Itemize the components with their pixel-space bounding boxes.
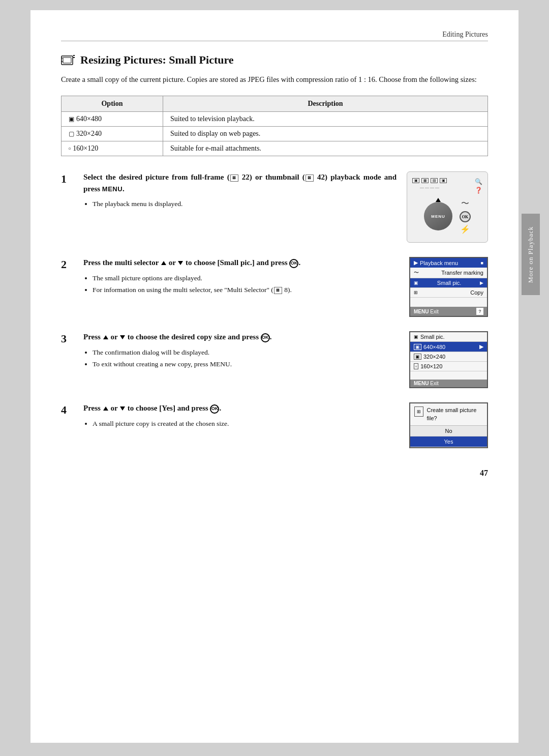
header-label: Editing Pictures <box>442 31 488 38</box>
size-320-label: 320×240 <box>423 354 445 360</box>
menu-screen-1-header: ▶ Playback menu ■ <box>410 258 487 268</box>
step-3-bullet-2: To exit without creating a new copy, pre… <box>93 359 399 370</box>
step-2-bullets: The small picture options are displayed.… <box>93 273 399 296</box>
confirm-yes-button[interactable]: Yes <box>410 437 487 447</box>
small-picture-icon <box>61 54 75 66</box>
confirm-no-button[interactable]: No <box>410 426 487 437</box>
step-4-bullets: A small picture copy is created at the c… <box>93 418 399 429</box>
step-2-text: Press the multi selector or to choose [S… <box>83 257 399 297</box>
tri-down-icon-2a <box>178 261 183 265</box>
step-3-title: Press or to choose the desired copy size… <box>83 331 399 343</box>
confirm-icon-box: ⊞ <box>414 406 423 417</box>
ref-icon-3: ⊠ <box>274 287 282 294</box>
copy-label: Copy <box>470 289 483 296</box>
sidebar-label: More on Playback <box>527 226 535 282</box>
ref-icon-2: ⊠ <box>306 175 314 182</box>
step-2-content: Press the multi selector or to choose [S… <box>83 257 488 317</box>
ok-button-camera: OK <box>460 211 471 222</box>
step-1-text: Select the desired picture from full-fra… <box>83 171 396 211</box>
table-desc-1: Suited to display on web pages. <box>163 127 488 141</box>
svg-rect-1 <box>63 57 71 63</box>
menu-screen-1: ▶ Playback menu ■ 〜 Transfer marking ▣ S… <box>409 257 488 317</box>
menu-screen-1-footer: MENU Exit ? <box>410 307 487 316</box>
transfer-icon: 〜 <box>414 269 419 276</box>
small-pic-exit-text: MENU Exit <box>414 381 439 386</box>
menu-text-1: MENU <box>102 185 123 193</box>
table-row: ▢320×240 Suited to display on web pages. <box>62 127 488 141</box>
col-description: Description <box>163 96 488 112</box>
table-desc-2: Suitable for e-mail attachments. <box>163 141 488 156</box>
step-1-bullet-1: The playback menu is displayed. <box>93 198 396 210</box>
small-pic-spacer <box>410 371 487 380</box>
menu-text-3: MENU <box>210 360 230 368</box>
section-title: Resizing Pictures: Small Picture <box>61 53 488 67</box>
step-4-text: Press or to choose [Yes] and press OK. A… <box>83 402 399 430</box>
step-1: 1 Select the desired picture from full-f… <box>61 171 488 243</box>
menu-screen-1-indicator: ■ <box>481 260 483 266</box>
step-3-text: Press or to choose the desired copy size… <box>83 331 399 371</box>
menu-button: MENU <box>424 202 452 230</box>
step-4-number: 4 <box>61 402 75 417</box>
table-desc-0: Suited to television playback. <box>163 112 488 127</box>
small-pic-item-160: ▫ 160×120 <box>410 362 487 371</box>
table-option-1: ▢320×240 <box>62 127 163 141</box>
step-3-bullet-1: The confirmation dialog will be displaye… <box>93 347 399 358</box>
step-2: 2 Press the multi selector or to choose … <box>61 257 488 317</box>
step-1-main: Select the desired picture from full-fra… <box>83 171 488 243</box>
confirm-top: ⊞ Create small picture file? <box>410 403 487 425</box>
section-title-text: Resizing Pictures: Small Picture <box>80 53 234 67</box>
menu-button-label: MENU <box>431 214 445 219</box>
size-icon-640: ▣ <box>414 344 421 350</box>
confirm-screen: ⊞ Create small picture file? No Yes <box>409 402 488 448</box>
step-3-number: 3 <box>61 331 75 345</box>
step-3-main: Press or to choose the desired copy size… <box>83 331 488 388</box>
step-3: 3 Press or to choose the desired copy si… <box>61 331 488 388</box>
step-2-bullet-1: The small picture options are displayed. <box>93 273 399 284</box>
arrow-up-icon <box>436 198 441 202</box>
item-arrow-1: ▶ <box>480 280 483 285</box>
size-640-label: 640×480 <box>423 344 445 350</box>
tri-up-icon-4 <box>103 406 108 411</box>
intro-paragraph: Create a small copy of the current pictu… <box>61 74 488 85</box>
confirm-pic-icon: ⊞ <box>417 409 421 414</box>
small-pic-footer: MENU Exit <box>410 380 487 387</box>
smallpic-label: Small pic. <box>437 280 462 286</box>
menu-item-transfer: 〜 Transfer marking <box>410 268 487 278</box>
step-4-title: Press or to choose [Yes] and press OK. <box>83 402 399 414</box>
step-1-number: 1 <box>61 171 75 186</box>
step-3-bullets: The confirmation dialog will be displaye… <box>93 347 399 370</box>
svg-rect-4 <box>73 55 75 56</box>
table-option-0: ▣640×480 <box>62 112 163 127</box>
tri-up-icon-2a <box>161 261 166 265</box>
transfer-label: Transfer marking <box>441 270 483 276</box>
camera-diagram-1: ▣ ▦ ▤ ▣ — — — — 🔍 ❓ <box>407 171 488 243</box>
page-header: Editing Pictures <box>61 31 488 41</box>
selected-arrow-1: ▶ <box>479 343 483 350</box>
table-row: ▫160×120 Suitable for e-mail attachments… <box>62 141 488 156</box>
ok-circle-2: OK <box>289 259 298 268</box>
lightning-icon: ⚡ <box>460 224 470 234</box>
step-2-title: Press the multi selector or to choose [S… <box>83 257 399 269</box>
menu-item-smallpic: ▣ Small pic. ▶ <box>410 278 487 288</box>
table-option-2: ▫160×120 <box>62 141 163 156</box>
step-4: 4 Press or to choose [Yes] and press OK.… <box>61 402 488 448</box>
size-160-label: 160×120 <box>420 363 442 369</box>
small-pic-title: ▣ Small pic. <box>410 332 487 342</box>
menu-spacer <box>410 298 487 307</box>
menu-exit-text: MENU Exit <box>414 309 439 314</box>
size-icon-320: ▣ <box>414 354 421 360</box>
tri-down-icon-3a <box>120 335 125 339</box>
sidebar-tab: More on Playback <box>522 214 540 295</box>
step-1-bullets: The playback menu is displayed. <box>93 198 396 210</box>
step-4-main: Press or to choose [Yes] and press OK. A… <box>83 402 488 448</box>
col-option: Option <box>62 96 163 112</box>
smallpic-icon-menu: ▣ <box>414 280 418 285</box>
small-pic-title-icon: ▣ <box>414 334 418 339</box>
table-row: ▣640×480 Suited to television playback. <box>62 112 488 127</box>
step-1-content: Select the desired picture from full-fra… <box>83 171 488 243</box>
step-4-content: Press or to choose [Yes] and press OK. A… <box>83 402 488 448</box>
wave-icon: 〜 <box>461 198 469 209</box>
tri-up-icon-3a <box>103 335 108 339</box>
step-2-bullet-2: For information on using the multi selec… <box>93 284 399 296</box>
confirm-message: Create small picture file? <box>426 406 483 422</box>
